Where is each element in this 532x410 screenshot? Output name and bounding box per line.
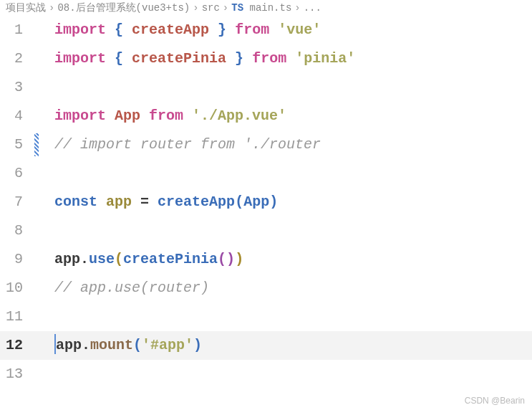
code-line[interactable]: 9 app.use(createPinia())	[0, 245, 532, 274]
breadcrumb-item[interactable]: main.ts	[249, 2, 291, 14]
line-number: 7	[0, 188, 34, 216]
code-line[interactable]: 8	[0, 216, 532, 245]
watermark: CSDN @Bearin	[465, 396, 525, 406]
line-content[interactable]: import { createPinia } from 'pinia'	[34, 44, 532, 73]
breadcrumb-more[interactable]: ...	[304, 2, 321, 14]
line-number: 6	[0, 159, 34, 188]
breadcrumb[interactable]: 项目实战›08.后台管理系统(vue3+ts)›src›TS main.ts›.…	[0, 0, 532, 16]
breadcrumb-item[interactable]: 项目实战	[6, 2, 46, 14]
code-line[interactable]: 4 import App from './App.vue'	[0, 102, 532, 130]
line-number: 12	[0, 331, 34, 360]
breadcrumb-item[interactable]: 08.后台管理系统(vue3+ts)	[57, 2, 190, 14]
code-line[interactable]: 11	[0, 302, 532, 331]
code-line[interactable]: 3	[0, 73, 532, 102]
line-number: 9	[0, 245, 34, 274]
breadcrumb-sep: ›	[223, 2, 228, 14]
code-line[interactable]: 13	[0, 360, 532, 388]
line-number: 2	[0, 44, 34, 73]
line-content[interactable]: app.use(createPinia())	[34, 245, 532, 274]
breadcrumb-sep: ›	[193, 2, 198, 14]
code-line[interactable]: 6	[0, 159, 532, 188]
code-line[interactable]: 1 import { createApp } from 'vue'	[0, 16, 532, 44]
gutter-modified-icon	[34, 133, 39, 156]
line-number: 4	[0, 102, 34, 130]
breadcrumb-item[interactable]: src	[202, 2, 220, 14]
line-content[interactable]: // app.use(router)	[34, 274, 532, 302]
breadcrumb-sep: ›	[49, 2, 54, 14]
line-number: 3	[0, 73, 34, 102]
code-line-active[interactable]: 12 app.mount('#app')	[0, 331, 532, 360]
line-number: 13	[0, 360, 34, 388]
line-content[interactable]: const app = createApp(App)	[34, 188, 532, 216]
line-content[interactable]: import { createApp } from 'vue'	[34, 16, 532, 44]
line-content[interactable]: import App from './App.vue'	[34, 102, 532, 130]
code-line[interactable]: 2 import { createPinia } from 'pinia'	[0, 44, 532, 73]
line-number: 10	[0, 274, 34, 302]
line-number: 5	[0, 130, 34, 159]
breadcrumb-file-icon: TS	[231, 2, 243, 14]
line-number: 8	[0, 216, 34, 245]
code-editor[interactable]: 1 import { createApp } from 'vue' 2 impo…	[0, 16, 532, 388]
line-content[interactable]: // import router from './router	[34, 130, 532, 159]
line-content[interactable]: app.mount('#app')	[34, 331, 532, 360]
line-number: 1	[0, 16, 34, 44]
breadcrumb-sep: ›	[294, 2, 300, 14]
code-line[interactable]: 7 const app = createApp(App)	[0, 188, 532, 216]
code-line[interactable]: 10 // app.use(router)	[0, 274, 532, 302]
line-number: 11	[0, 302, 34, 331]
code-line[interactable]: 5 // import router from './router	[0, 130, 532, 159]
